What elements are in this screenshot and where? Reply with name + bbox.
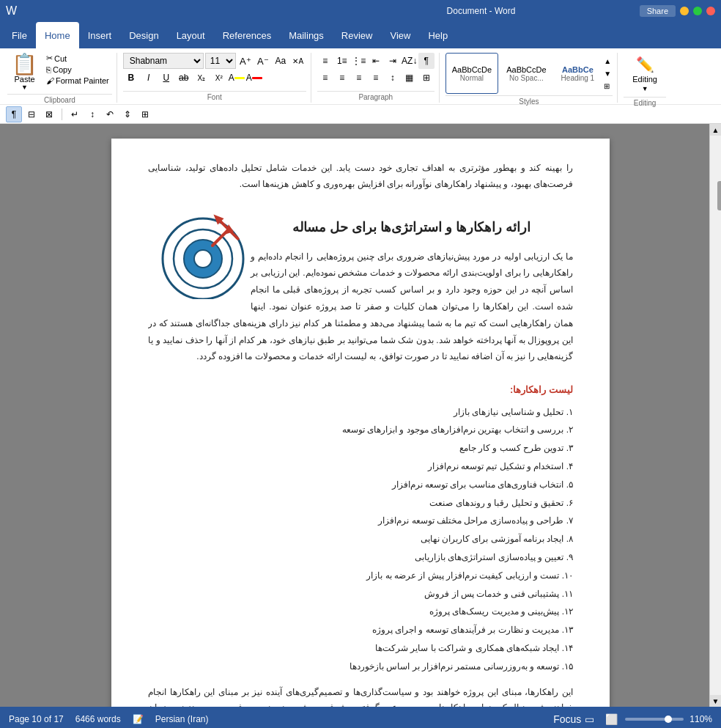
more-btn[interactable]: ⊞ (137, 106, 153, 122)
superscript-button[interactable]: X² (211, 70, 227, 86)
style-no-space-label: No Spac... (509, 74, 544, 82)
format-painter-button[interactable]: 🖌 Format Painter (43, 76, 112, 86)
menu-references[interactable]: References (214, 22, 280, 48)
style-no-space[interactable]: AaBbCcDe No Spac... (500, 53, 552, 94)
style-normal-preview: AaBbCcDe (452, 65, 492, 74)
status-bar: Page 10 of 17 6466 words 📝 Persian (Iran… (0, 707, 721, 728)
font-shrink-button[interactable]: A⁻ (255, 53, 271, 69)
multilevel-list-button[interactable]: ⋮≡ (351, 53, 367, 69)
paste-button[interactable]: 📋 Paste ▼ (7, 53, 42, 92)
title-bar-title: Document - Word (322, 6, 639, 16)
list-item: ۲. بررسی و انتخاب بهترین نرم‌افزارهای مو… (148, 421, 573, 439)
close-btn[interactable] (706, 7, 715, 15)
list-item: ۱۵. توسعه و به‌روزرسانی مستمر نرم‌افزار … (148, 658, 573, 676)
subscript-button[interactable]: X₂ (193, 70, 210, 86)
justify-button[interactable]: ≡ (368, 70, 384, 86)
para-row1: ≡ 1≡ ⋮≡ ⇤ ⇥ AZ↓ ¶ (317, 53, 435, 69)
menu-layout[interactable]: Layout (168, 22, 214, 48)
para-row2: ≡ ≡ ≡ ≡ ↕ ▦ ⊞ (317, 70, 435, 86)
scrollbar[interactable]: ▲ ▼ (709, 124, 721, 707)
menu-help[interactable]: Help (419, 22, 456, 48)
font-grow-button[interactable]: A⁺ (237, 53, 254, 69)
zoom-slider[interactable] (625, 718, 684, 721)
shading-button[interactable]: ▦ (402, 70, 418, 86)
menu-view[interactable]: View (381, 22, 419, 48)
title-bar-left: W (6, 4, 322, 18)
font-family-selector[interactable]: Shabnam (123, 53, 204, 69)
line-height-btn[interactable]: ↕ (84, 106, 100, 122)
editing-content: ✏️ Editing ▼ (624, 53, 666, 95)
para-spacing-btn[interactable]: ⇕ (119, 106, 136, 122)
cut-button[interactable]: ✂ Cut (43, 53, 112, 64)
numbered-list: ۱. تحلیل و شناسایی نیازهای بازار ۲. بررس… (148, 403, 573, 676)
align-right-button[interactable]: ≡ (351, 70, 367, 86)
focus-btn[interactable]: Focus (559, 711, 575, 727)
title-bar: W Document - Word Share (0, 0, 721, 22)
style-heading1[interactable]: AaBbCe Heading 1 (555, 53, 602, 94)
bold-button[interactable]: B (123, 70, 139, 86)
italic-button[interactable]: I (141, 70, 157, 86)
footer-text: این راهکارها، مبنای این پروژه خواهند بود… (148, 685, 573, 707)
maximize-btn[interactable] (693, 7, 702, 15)
format-indicator[interactable]: ⊠ (41, 106, 57, 122)
font-content: Shabnam 11 A⁺ A⁻ Aa ✕A B I U ab X₂ X² (123, 53, 306, 89)
clipboard-group: 📋 Paste ▼ ✂ Cut ⎘ Copy 🖌 Format P (3, 53, 117, 103)
scroll-up-btn[interactable]: ▲ (710, 124, 722, 136)
paragraph-label: Paragraph (317, 91, 435, 103)
scroll-down-btn[interactable]: ▼ (710, 695, 722, 707)
editing-group: ✏️ Editing ▼ Editing (619, 53, 670, 103)
word-count: 6466 words (75, 714, 121, 724)
styles-expand[interactable]: ⊞ (602, 81, 613, 92)
font-color-icon: A (246, 73, 252, 83)
change-case-button[interactable]: Aa (273, 53, 289, 69)
list-item: ۷. طراحی و پیاده‌سازی مراحل مختلف توسعه … (148, 512, 573, 530)
font-label: Font (123, 91, 306, 103)
clear-formatting-button[interactable]: ✕A (290, 53, 306, 69)
para-active-btn[interactable]: ¶ (6, 106, 22, 122)
strikethrough-button[interactable]: ab (176, 70, 192, 86)
web-layout-btn[interactable]: ⬜ (603, 711, 619, 727)
proofing-icon: 📝 (133, 714, 144, 724)
menu-review[interactable]: Review (333, 22, 382, 48)
indent-btn[interactable]: ↶ (102, 106, 118, 122)
line-spacing-button[interactable]: ↕ (385, 70, 401, 86)
align-center-button[interactable]: ≡ (334, 70, 350, 86)
text-dir-rtl[interactable]: ↵ (67, 106, 83, 122)
font-color-button[interactable]: A (246, 70, 262, 86)
style-normal[interactable]: AaBbCcDe Normal (445, 53, 498, 94)
print-layout-btn[interactable]: ▭ (581, 711, 597, 727)
style-heading1-label: Heading 1 (561, 74, 595, 82)
editing-arrow: ▼ (642, 85, 648, 92)
increase-indent-button[interactable]: ⇥ (385, 53, 401, 69)
underline-button[interactable]: U (158, 70, 174, 86)
style-no-space-preview: AaBbCcDe (506, 65, 546, 74)
font-size-selector[interactable]: 11 (205, 53, 236, 69)
menu-mailings[interactable]: Mailings (280, 22, 333, 48)
align-left-button[interactable]: ≡ (317, 70, 333, 86)
decrease-indent-button[interactable]: ⇤ (368, 53, 384, 69)
list-item: ۱۲. پیش‌بینی و مدیریت ریسک‌های پروژه (148, 603, 573, 621)
minimize-btn[interactable] (680, 7, 689, 15)
list-item: ۸. ایجاد برنامه آموزشی برای کاربران نهای… (148, 530, 573, 548)
styles-up-arrow[interactable]: ▲ (602, 56, 613, 67)
editing-button[interactable]: ✏️ Editing ▼ (629, 53, 660, 95)
styles-down-arrow[interactable]: ▼ (602, 68, 613, 79)
text-highlight-button[interactable]: A (229, 70, 245, 86)
scroll-thumb[interactable] (717, 181, 722, 210)
menu-home[interactable]: Home (36, 22, 79, 48)
ribbon-row1: 📋 Paste ▼ ✂ Cut ⎘ Copy 🖌 Format P (0, 51, 721, 104)
list-heading: لیست راهکارها: (148, 381, 573, 398)
ribbon-divider1 (62, 109, 62, 120)
menu-insert[interactable]: Insert (79, 22, 121, 48)
numbering-button[interactable]: 1≡ (334, 53, 350, 69)
paste-label: Paste (14, 75, 34, 84)
menu-design[interactable]: Design (120, 22, 167, 48)
borders-button[interactable]: ⊞ (418, 70, 435, 86)
copy-button[interactable]: ⎘ Copy (43, 65, 112, 75)
bullets-button[interactable]: ≡ (317, 53, 333, 69)
menu-file[interactable]: File (3, 22, 36, 48)
sort-button[interactable]: AZ↓ (402, 53, 418, 69)
indent-indicator[interactable]: ⊟ (23, 106, 40, 122)
share-button[interactable]: Share (640, 5, 676, 17)
show-hide-button[interactable]: ¶ (418, 53, 435, 69)
